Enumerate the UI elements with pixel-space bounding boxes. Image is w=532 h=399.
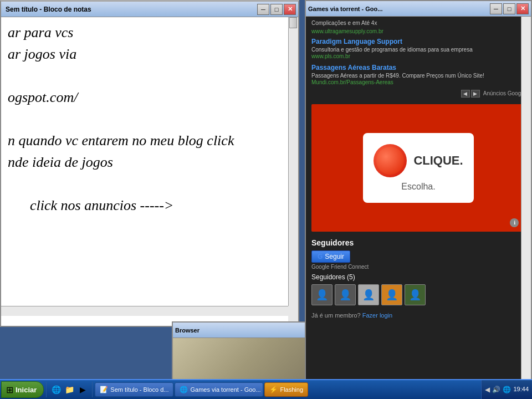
line-5: [8, 108, 282, 130]
claro-card: CLIQUE. Escolha.: [363, 133, 474, 203]
ad-context: Complicações e em Até 4x: [311, 20, 525, 26]
ad-url-1: www.pls.com.br: [311, 53, 525, 59]
scrollbar-thumb[interactable]: [289, 17, 297, 28]
line-2: ar jogos via: [8, 43, 282, 65]
claro-escolha-text: Escolha.: [401, 182, 435, 192]
desktop: Sem título - Bloco de notas ─ □ ✕ ar par…: [0, 0, 532, 399]
nav-arrows: ◀ ▶: [461, 90, 480, 98]
browser-maximize-button[interactable]: □: [503, 3, 515, 14]
taskbar-separator-2: [92, 382, 93, 397]
quick-launch-media[interactable]: ▶: [76, 383, 89, 396]
ad-desc-2: Passagens Aéreas a partir de R$49. Compa…: [311, 72, 525, 79]
system-clock: 19:44: [513, 386, 529, 393]
taskbar-flashing-button[interactable]: ⚡ Flashing: [264, 382, 308, 397]
ad-item-1: Paradigm Language Support Consultoria e …: [311, 38, 525, 59]
start-button[interactable]: ⊞ Iniciar: [1, 381, 44, 398]
flashing-taskbar-icon: ⚡: [269, 386, 278, 393]
quick-launch-explorer[interactable]: 📁: [63, 383, 75, 396]
browser2-titlebar: Browser: [173, 323, 306, 338]
line-9: click nos anuncios ----->: [30, 195, 282, 216]
close-button[interactable]: ✕: [284, 4, 296, 15]
browser-content: Complicações e em Até 4x www.ultragamesu…: [306, 17, 531, 387]
notepad-content[interactable]: ar para vcs ar jogos via ogspot.com/ n q…: [1, 17, 288, 306]
browser-close-button[interactable]: ✕: [516, 3, 529, 14]
ad-item-2: Passagens Aéreas Baratas Passagens Aérea…: [311, 64, 525, 85]
seguir-label: Seguir: [325, 253, 344, 260]
taskbar-separator-1: [46, 382, 47, 397]
notepad-title: Sem título - Bloco de notas: [3, 6, 91, 13]
claro-info-icon[interactable]: ℹ: [510, 218, 519, 227]
notepad-scrollbar-horizontal[interactable]: [1, 306, 288, 316]
notepad-scrollbar-vertical[interactable]: [288, 17, 298, 310]
seguir-button[interactable]: G Seguir: [311, 250, 350, 263]
quick-launch-ie[interactable]: 🌐: [50, 383, 62, 396]
line-1: ar para vcs: [8, 22, 282, 43]
browser-taskbar-label: Games via torrent - Goo...: [190, 386, 260, 393]
google-g-icon: G: [318, 253, 323, 260]
seguidores-section: Seguidores G Seguir Google Friend Connec…: [306, 235, 531, 309]
membro-section: Já é um membro? Fazer login: [306, 309, 531, 322]
browser-titlebar: Games via torrent - Goo... ─ □ ✕: [306, 1, 531, 17]
browser-window-2: Browser: [172, 321, 308, 388]
browser-controls: ─ □ ✕: [490, 3, 529, 14]
tray-network-icon[interactable]: 🌐: [503, 386, 511, 393]
notepad-taskbar-label: Sem título - Bloco d...: [110, 386, 168, 393]
seguidores-count: Seguidores (5): [311, 273, 525, 281]
avatar-5: 👤: [405, 284, 426, 305]
seguir-container: G Seguir: [311, 250, 525, 263]
fazer-login-link[interactable]: Fazer login: [362, 312, 392, 319]
ad-url-top: www.ultragamesupply.com.br: [311, 28, 525, 34]
notepad-taskbar-icon: 📝: [100, 386, 108, 393]
line-6: n quando vc entarem no meu blog click: [8, 130, 282, 151]
seguidores-title: Seguidores: [311, 238, 525, 247]
claro-clique-text: CLIQUE.: [413, 154, 463, 168]
line-7: nde ideia de jogos: [8, 151, 282, 173]
minimize-button[interactable]: ─: [257, 4, 269, 15]
avatar-3: 👤: [358, 284, 379, 305]
browser2-title: Browser: [175, 327, 200, 334]
ad-url-2: Mundi.com.br/Passagens-Aereas: [311, 79, 525, 85]
line-3: [8, 65, 282, 86]
line-4: ogspot.com/: [8, 86, 282, 108]
prev-arrow[interactable]: ◀: [461, 90, 470, 98]
avatar-2: 👤: [335, 284, 356, 305]
flashing-taskbar-label: Flashing: [280, 386, 303, 393]
claro-logo-ball: [374, 144, 407, 177]
quick-launch-icons: 🌐 📁 ▶: [48, 383, 91, 396]
ad-link-1[interactable]: Paradigm Language Support: [311, 38, 525, 45]
ad-footer: ◀ ▶ Anúncios Google: [311, 90, 525, 98]
next-arrow[interactable]: ▶: [471, 90, 480, 98]
notepad-titlebar: Sem título - Bloco de notas ─ □ ✕: [1, 2, 298, 17]
start-label: Iniciar: [16, 386, 37, 394]
claro-ball-inner: [376, 147, 404, 175]
avatar-list: 👤 👤 👤 👤 👤: [311, 284, 525, 305]
avatar-1: 👤: [311, 284, 332, 305]
system-tray: ◀ 🔊 🌐 19:44: [481, 380, 532, 399]
avatar-4: 👤: [381, 284, 402, 305]
ad-section: Complicações e em Até 4x www.ultragamesu…: [306, 17, 531, 101]
browser-minimize-button[interactable]: ─: [490, 3, 502, 14]
browser-taskbar-icon: 🌐: [180, 386, 188, 393]
windows-logo-icon: ⊞: [6, 385, 13, 395]
taskbar-window-buttons: 📝 Sem título - Bloco d... 🌐 Games via to…: [94, 382, 481, 397]
browser-title: Games via torrent - Goo...: [308, 6, 382, 12]
taskbar: ⊞ Iniciar 🌐 📁 ▶ 📝 Sem título - Bloco d..…: [0, 379, 532, 399]
notepad-window: Sem título - Bloco de notas ─ □ ✕ ar par…: [0, 0, 299, 327]
tray-expand-icon[interactable]: ◀: [485, 386, 490, 393]
line-8: [8, 173, 282, 195]
browser-scrollbar-vertical[interactable]: [521, 17, 531, 387]
notepad-controls: ─ □ ✕: [257, 4, 296, 15]
claro-advertisement[interactable]: CLIQUE. Escolha. ℹ: [311, 104, 525, 232]
ad-footer-text: Anúncios Google: [483, 90, 525, 96]
browser-window: Games via torrent - Goo... ─ □ ✕ Complic…: [305, 0, 532, 388]
tray-sound-icon[interactable]: 🔊: [492, 386, 500, 393]
taskbar-browser-button[interactable]: 🌐 Games via torrent - Goo...: [175, 382, 263, 397]
notepad-text: ar para vcs ar jogos via ogspot.com/ n q…: [8, 22, 282, 216]
maximize-button[interactable]: □: [270, 4, 283, 15]
google-friend-connect-label: Google Friend Connect: [311, 264, 525, 270]
ad-desc-1: Consultoria e gestão de programas de idi…: [311, 46, 525, 53]
claro-logo-row: CLIQUE.: [374, 144, 463, 177]
ad-link-2[interactable]: Passagens Aéreas Baratas: [311, 64, 525, 71]
taskbar-notepad-button[interactable]: 📝 Sem título - Bloco d...: [95, 382, 173, 397]
membro-text: Já é um membro?: [311, 312, 361, 319]
